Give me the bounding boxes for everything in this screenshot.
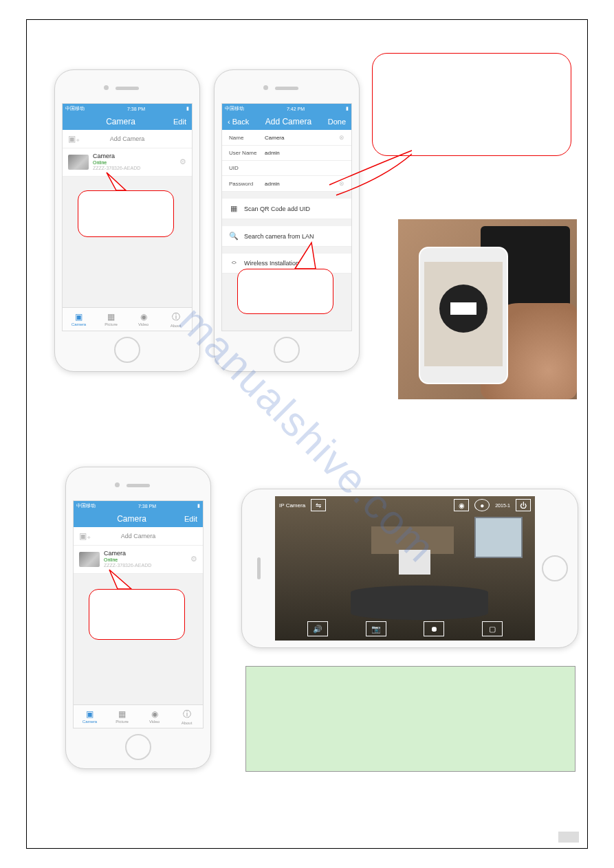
video-icon: ◉ [151, 709, 158, 719]
qr-label [450, 302, 476, 315]
battery-icon: ▮ [346, 106, 349, 111]
camera-plus-icon: ▣₊ [79, 531, 91, 541]
password-input[interactable]: admin [265, 181, 339, 187]
nav-bar: Camera Edit [63, 113, 192, 130]
scanning-screen [424, 262, 503, 366]
tab-picture[interactable]: ▦Picture [106, 705, 138, 728]
mirror-icon[interactable]: ⇋ [311, 499, 326, 511]
username-label: User Name [229, 150, 265, 156]
tab-video[interactable]: ◉Video [138, 705, 171, 728]
edit-button[interactable]: Edit [184, 515, 197, 523]
phone-camera-dot [104, 85, 109, 90]
carrier-text: 中国移动 ⁠ [225, 105, 245, 112]
qr-scan-photo [398, 219, 577, 399]
live-video-feed [275, 496, 535, 641]
camera-name: Camera [104, 550, 190, 557]
callout-bubble-small-2 [237, 269, 333, 314]
name-label: Name [229, 135, 265, 141]
room-desk [351, 586, 488, 620]
camera-list-item[interactable]: Camera Online ZZZZ-378326-AEADD ⚙ [74, 546, 203, 574]
wireless-label: Wireless Installation [244, 260, 299, 267]
speaker-icon[interactable]: 🔊 [307, 621, 328, 636]
live-view-screen: IP Camera ⇋ ◉ ● 2015-1 ⏻ 🔊 📷 ⏺ ▢ [275, 496, 535, 641]
room-window [474, 517, 523, 558]
phone-live-view: IP Camera ⇋ ◉ ● 2015-1 ⏻ 🔊 📷 ⏺ ▢ [241, 489, 578, 648]
nav-title: Camera [68, 117, 173, 126]
tab-camera[interactable]: ▣Camera [74, 705, 106, 728]
picture-icon: ▦ [107, 312, 115, 322]
uid-field-row[interactable]: UID [222, 161, 351, 176]
add-camera-button[interactable]: ▣₊ Add Camera [74, 527, 203, 546]
camera-thumbnail [68, 155, 89, 170]
name-field-row[interactable]: Name Camera ⊗ [222, 130, 351, 146]
tab-about[interactable]: ⓘAbout [160, 308, 192, 331]
tab-about[interactable]: ⓘAbout [171, 705, 203, 728]
camera-uid: ZZZZ-378326-AEADD [104, 563, 190, 568]
note-box [245, 666, 575, 772]
live-top-bar: IP Camera ⇋ ◉ ● 2015-1 ⏻ [275, 499, 535, 511]
add-camera-button[interactable]: ▣₊ Add Camera [63, 130, 192, 148]
scanning-phone [419, 247, 508, 384]
qr-icon: ▦ [229, 204, 239, 213]
ir-icon[interactable]: ● [474, 499, 490, 511]
tab-bar: ▣Camera ▦Picture ◉Video ⓘAbout [74, 704, 203, 728]
nav-bar: ‹ Back Add Camera Done [222, 113, 351, 130]
scan-qr-label: Scan QR Code add UID [244, 205, 310, 212]
camera-list-item[interactable]: Camera Online ZZZZ-378326-AEADD ⚙ [63, 148, 192, 177]
info-icon: ⓘ [183, 709, 191, 720]
clock-text: 7:42 PM [287, 107, 305, 111]
carrier-text: 中国移动 ⁠ [65, 105, 86, 112]
snapshot-icon[interactable]: 📷 [366, 621, 386, 636]
resolution-icon[interactable]: ◉ [454, 499, 469, 511]
edit-button[interactable]: Edit [173, 118, 186, 126]
phone-add-camera: 中国移动 ⁠ 7:42 PM ▮ ‹ Back Add Camera Done … [214, 69, 360, 372]
nav-title: Add Camera [249, 117, 328, 126]
clear-icon[interactable]: ⊗ [339, 134, 344, 141]
camera-ball [439, 285, 487, 333]
battery-icon: ▮ [186, 106, 189, 111]
status-bar: 中国移动 ⁠ 7:38 PM ▮ [74, 501, 203, 511]
search-lan-label: Search camera from LAN [244, 233, 314, 240]
camera-thumbnail [79, 552, 100, 567]
home-button[interactable] [274, 337, 300, 363]
clear-icon[interactable]: ⊗ [339, 180, 344, 187]
add-camera-label: Add Camera [121, 533, 156, 539]
username-input[interactable]: admin [265, 150, 344, 156]
callout-bubble-small-3 [89, 589, 185, 640]
phone-speaker [116, 87, 139, 90]
phone-speaker [275, 87, 298, 90]
status-bar: 中国移动 ⁠ 7:42 PM ▮ [222, 104, 351, 113]
camera-status: Online [93, 160, 179, 166]
camera-icon: ▣ [75, 312, 83, 322]
phone-camera-dot [115, 482, 120, 487]
gear-icon[interactable]: ⚙ [179, 157, 186, 166]
camera-icon: ▣ [86, 709, 94, 719]
done-button[interactable]: Done [328, 118, 346, 126]
live-title: IP Camera [279, 502, 305, 509]
username-field-row[interactable]: User Name admin [222, 146, 351, 161]
search-lan-button[interactable]: 🔍 Search camera from LAN [222, 226, 351, 247]
clock-text: 7:38 PM [127, 107, 145, 111]
page-frame: manualshive.com 中国移动 ⁠ 7:38 PM ▮ Camera … [26, 19, 588, 849]
phone-speaker [127, 484, 150, 487]
scan-qr-button[interactable]: ▦ Scan QR Code add UID [222, 199, 351, 219]
nav-bar: Camera Edit [74, 511, 203, 527]
power-icon[interactable]: ⏻ [516, 499, 531, 511]
home-button[interactable] [542, 555, 568, 581]
search-icon: 🔍 [229, 232, 239, 241]
carrier-text: 中国移动 ⁠ [76, 502, 97, 509]
home-button[interactable] [114, 337, 140, 363]
back-button[interactable]: ‹ Back [228, 118, 249, 126]
tab-picture[interactable]: ▦Picture [95, 308, 127, 331]
phone-camera-dot [263, 85, 268, 90]
preset-icon[interactable]: ▢ [482, 621, 503, 636]
name-input[interactable]: Camera [265, 135, 339, 141]
record-icon[interactable]: ⏺ [424, 621, 444, 636]
tab-camera[interactable]: ▣Camera [63, 308, 95, 331]
tab-video[interactable]: ◉Video [127, 308, 160, 331]
password-field-row[interactable]: Password admin ⊗ [222, 176, 351, 192]
wifi-icon: ⌔ [229, 259, 239, 267]
gear-icon[interactable]: ⚙ [190, 555, 197, 564]
home-button[interactable] [125, 734, 151, 760]
status-bar: 中国移动 ⁠ 7:38 PM ▮ [63, 104, 192, 113]
